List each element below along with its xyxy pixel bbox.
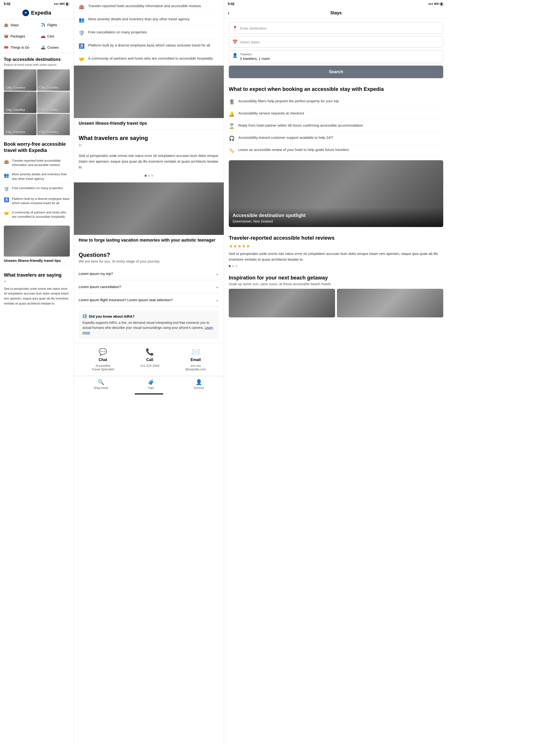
s2-dot-2[interactable] [148,175,150,177]
stays-icon: 🏨 [4,23,9,27]
s3-review-dot-1[interactable] [229,265,231,267]
s3-spotlight-overlay: Accessible destination spotlight Queenst… [229,208,443,227]
nav-packages[interactable]: 📦 Packages [0,31,37,42]
wifi-icon: WiFi [59,2,65,5]
battery-icon: ▓░ [66,2,70,5]
cars-icon: 🚗 [41,34,45,38]
s2-article2[interactable]: How to forge lasting vacation memories w… [74,182,224,247]
s3-inspo-item-1[interactable] [229,289,335,318]
s2-feature-1-icon: 👥 [79,17,85,23]
destination-1[interactable]: City, Country [4,69,36,91]
s2-quote-text: Sed ut perspiciatis unde omnis iste natu… [74,153,224,173]
s2-contact-call[interactable]: 📞 Call 111-222-3344 [140,348,159,371]
s2-chevron-2: ⌄ [215,297,219,302]
destinations-grid: City, Country City, Country City, Countr… [0,69,74,139]
status-bar-right: 5:02 ●●● WiFi ▓░ [224,0,448,8]
s1-feature-0: 🏨 Traveler-reported hotel accessibility … [4,156,70,170]
battery-icon-right: ▓░ [440,2,444,5]
s2-accordion-header-0[interactable]: Lorem ipsum my trip? ⌄ [79,267,219,280]
nav-cruises[interactable]: 🚢 Cruises [37,42,74,53]
s2-nav-account-label: Account [194,386,204,389]
destination-3[interactable]: City, Country [4,91,36,113]
call-icon: 📞 [146,348,154,356]
nav-flights-label: Flights [47,23,57,27]
s2-accordion-header-2[interactable]: Lorem ipsum flight insurance? Lorem ipsu… [79,293,219,306]
s2-article1[interactable]: Unseen illness-friendly travel tips [74,66,224,130]
s1-quote-text: Sed ut perspiciatis unde omnis iste natu… [0,286,74,310]
destination-2[interactable]: City, Country [37,69,70,91]
s3-inspo-title: Inspiration for your next beach getaway [224,271,448,282]
s2-nav-account[interactable]: 👤 Account [194,379,204,389]
s2-contact-email[interactable]: ✉️ Email xxx.xxx@expedia.com [186,348,206,371]
back-button[interactable]: ‹ [228,10,230,16]
status-icons-left: ●●● WiFi ▓░ [54,2,70,5]
s1-article-title: Unseen illness-friendly travel tips [4,259,70,266]
search-button[interactable]: Search [229,66,443,78]
s2-accordion-header-1[interactable]: Lorem ipsum cancellation? ⌄ [79,280,219,293]
s2-contact-chat[interactable]: 💬 Chat AccessibleTravel Specialist [91,348,114,371]
destination-1-label: City, Country [6,86,25,89]
s2-accordion-label-0: Lorem ipsum my trip? [79,272,113,276]
travelers-value: 2 travelers, 1 room [240,57,270,61]
s3-feature-2-icon: ⏳ [229,123,235,129]
s2-chevron-0: ⌄ [215,271,219,276]
s2-carousel-dots [74,173,224,181]
s2-nav-shop[interactable]: 🔍 Shop travel [94,379,108,389]
wifi-icon-right: WiFi [434,2,439,5]
s2-accordion-0[interactable]: Lorem ipsum my trip? ⌄ [79,267,219,280]
s2-accordion-1[interactable]: Lorem ipsum cancellation? ⌄ [79,280,219,293]
nav-flights[interactable]: ✈️ Flights [37,19,74,31]
packages-icon: 📦 [4,34,9,38]
nav-stays[interactable]: 🏨 Stays [0,19,37,31]
destination-5[interactable]: City, Country [4,114,36,135]
s2-nav-trips[interactable]: 🧳 Trips [148,379,154,389]
s1-article[interactable]: Unseen illness-friendly travel tips [4,226,70,266]
s3-feature-0-icon: 🎚️ [229,99,235,105]
s2-bottom-nav: 🔍 Shop travel 🧳 Trips 👤 Account [74,376,224,393]
nav-packages-label: Packages [10,34,25,38]
s3-feature-3-icon: 🎧 [229,136,235,141]
s2-feature-2-icon: 🛡️ [79,30,85,36]
travelers-input[interactable]: 👤 Travelers 2 travelers, 1 room [229,50,443,63]
chat-icon: 💬 [98,348,107,356]
destination-input[interactable]: 📍 Enter destination [229,23,443,34]
s2-feature-1-text: More amenity details and inventory than … [88,16,190,22]
dates-input[interactable]: 📅 Select dates [229,36,443,48]
s2-dot-3[interactable] [151,175,153,177]
logo-icon: ✈ [23,9,29,16]
s2-questions-title: Questions? [74,247,224,259]
trips-icon: 🧳 [148,379,154,385]
cruises-icon: 🚢 [41,45,45,49]
destination-2-label: City, Country [39,86,58,89]
s3-review-dot-2[interactable] [232,265,234,267]
s2-feature-2: 🛡️ Free cancellation on many properties [79,26,219,39]
s2-accordion-2[interactable]: Lorem ipsum flight insurance? Lorem ipsu… [79,293,219,306]
s2-feature-2-text: Free cancellation on many properties [88,30,147,35]
s3-feature-2-text: Reply from hotel partner within 48 hours… [238,123,363,128]
s2-quote-mark: " [74,142,224,153]
s2-accordion-label-1: Lorem ipsum cancellation? [79,285,121,289]
email-icon: ✉️ [192,348,200,356]
s2-feature-3-text: Platform built by a diverse employee bas… [88,43,210,48]
s3-nav-title: Stays [330,10,342,15]
time-left: 5:02 [4,2,10,6]
s2-dot-1[interactable] [145,175,147,177]
nav-things-to-do[interactable]: 🎟️ Things to Do [0,42,37,53]
s3-inspo-item-2[interactable] [337,289,443,318]
s3-feature-4-icon: 🏷️ [229,148,235,153]
screen-right: 5:02 ●●● WiFi ▓░ ‹ Stays 📍 Enter destina… [224,0,448,744]
s1-feature-1-icon: 👥 [4,173,9,178]
screen-middle: 🏨 Traveler-reported hotel accessibility … [74,0,224,744]
destination-6[interactable]: City, Country [37,114,70,135]
destination-6-label: City, Country [39,130,58,134]
s2-article1-title: Unseen illness-friendly travel tips [74,118,224,130]
s3-nav-header: ‹ Stays [224,8,448,18]
s3-spotlight[interactable]: Accessible destination spotlight Queenst… [229,160,443,227]
s2-feature-3: ♿ Platform built by a diverse employee b… [79,39,219,52]
s3-review-dot-3[interactable] [235,265,237,267]
s2-article2-title: How to forge lasting vacation memories w… [74,235,224,247]
s1-feature-0-icon: 🏨 [4,159,9,164]
nav-cars[interactable]: 🚗 Cars [37,31,74,42]
destination-4[interactable]: City, Country [37,91,70,113]
nav-cars-label: Cars [47,34,54,38]
